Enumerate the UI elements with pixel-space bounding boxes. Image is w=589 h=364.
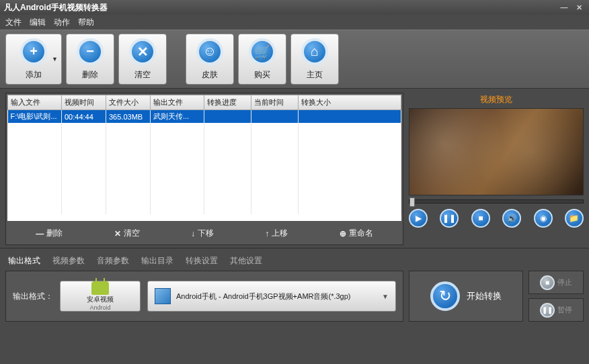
pause-button[interactable]: ❚❚ [440,209,459,228]
home-label: 主页 [307,69,323,81]
minus-icon: — [36,229,44,238]
pause-icon: ❚❚ [540,303,555,318]
chevron-down-icon: ▼ [382,293,389,300]
settings-tabs: 输出格式 视频参数 音频参数 输出目录 转换设置 其他设置 [0,248,589,271]
menu-action[interactable]: 动作 [54,17,70,28]
seek-slider[interactable] [409,199,584,203]
add-button[interactable]: + 添加 ▼ [5,34,62,85]
clear-label: 清空 [134,69,151,81]
start-convert-button[interactable]: ↻ 开始转换 [409,271,523,322]
add-label: 添加 [26,69,42,81]
list-delete[interactable]: —删除 [36,228,63,239]
menu-edit[interactable]: 编辑 [30,17,46,28]
list-up[interactable]: ↑上移 [265,228,288,239]
col-curtime[interactable]: 当前时间 [251,95,299,110]
home-icon: ⌂ [301,38,328,65]
x-icon: ✕ [114,229,121,238]
close-button[interactable]: ✕ [573,3,585,12]
col-output[interactable]: 输出文件 [151,95,204,110]
minus-icon: − [77,38,104,65]
tab-video-params[interactable]: 视频参数 [52,255,85,267]
cell-input: F:\电影\武则... [8,110,62,124]
category-sub: Android [89,304,110,311]
plus-icon: + [20,38,47,65]
arrow-up-icon: ↑ [265,229,269,238]
cell-curtime [251,110,299,124]
skin-label: 皮肤 [202,69,218,81]
menu-help[interactable]: 帮助 [78,17,94,28]
preview-title: 视频预览 [409,93,584,108]
toolbar: + 添加 ▼ − 删除 ✕ 清空 ☺ 皮肤 🛒 购买 ⌂ 主页 [0,30,589,89]
start-label: 开始转换 [467,290,502,302]
col-duration[interactable]: 视频时间 [62,95,106,110]
list-actions: —删除 ✕清空 ↓下移 ↑上移 ⊕重命名 [7,221,401,243]
volume-button[interactable]: 🔊 [502,209,521,228]
tab-other-settings[interactable]: 其他设置 [230,255,262,267]
category-text: 安卓视频 [87,295,114,304]
file-table: 输入文件 视频时间 文件大小 输出文件 转换进度 当前时间 转换大小 F:\电影… [7,95,401,214]
stop-convert-button[interactable]: ■ 停止 [528,271,584,294]
delete-label: 删除 [82,69,98,81]
tab-convert-settings[interactable]: 转换设置 [186,255,218,267]
minimize-button[interactable]: — [558,3,570,12]
cell-size: 365.03MB [106,110,151,124]
add-dropdown-icon[interactable]: ▼ [52,56,58,62]
tab-output-format[interactable]: 输出格式 [8,255,40,267]
output-label: 输出格式： [13,291,53,302]
slider-thumb[interactable] [409,197,415,207]
cart-icon: 🛒 [249,38,276,65]
cell-progress [204,110,251,124]
file-list-panel: 输入文件 视频时间 文件大小 输出文件 转换进度 当前时间 转换大小 F:\电影… [5,93,403,245]
list-rename[interactable]: ⊕重命名 [340,228,373,239]
skin-button[interactable]: ☺ 皮肤 [186,34,234,85]
clear-button[interactable]: ✕ 清空 [118,34,167,85]
pause-convert-button[interactable]: ❚❚ 暂停 [528,298,584,322]
cell-output: 武则天传... [151,110,204,124]
buy-button[interactable]: 🛒 购买 [238,34,286,85]
list-clear[interactable]: ✕清空 [114,228,140,239]
format-category-button[interactable]: 安卓视频 Android [60,281,141,312]
home-button[interactable]: ⌂ 主页 [290,34,339,85]
title-bar: 凡人Android手机视频转换器 — ✕ [0,0,589,15]
buy-label: 购买 [254,69,270,81]
smile-icon: ☺ [196,38,223,65]
x-icon: ✕ [129,38,156,65]
play-button[interactable]: ▶ [409,209,428,228]
col-outsize[interactable]: 转换大小 [299,95,401,110]
col-size[interactable]: 文件大小 [106,95,151,110]
window-title: 凡人Android手机视频转换器 [4,2,108,13]
stop-button[interactable]: ■ [471,209,490,228]
video-preview[interactable] [409,108,584,195]
tab-output-dir[interactable]: 输出目录 [141,255,173,267]
format-text: Android手机 - Android手机3GP视频+AMR音频(*.3gp) [176,291,351,302]
list-down[interactable]: ↓下移 [191,228,214,239]
rename-icon: ⊕ [340,229,346,238]
box-icon [155,288,171,304]
tab-audio-params[interactable]: 音频参数 [97,255,129,267]
col-progress[interactable]: 转换进度 [204,95,251,110]
delete-button[interactable]: − 删除 [66,34,114,85]
output-format-panel: 输出格式： 安卓视频 Android Android手机 - Android手机… [5,271,403,322]
col-input[interactable]: 输入文件 [8,95,62,110]
cell-outsize [299,110,401,124]
convert-icon: ↻ [430,281,460,311]
stop-icon: ■ [540,275,555,290]
snapshot-button[interactable]: ◉ [534,209,553,228]
preview-panel: 视频预览 ▶ ❚❚ ■ 🔊 ◉ 📁 [409,93,584,245]
stop-label: 停止 [557,277,572,287]
android-icon [91,281,109,295]
pause-label: 暂停 [557,305,572,315]
open-button[interactable]: 📁 [565,209,584,228]
format-select-button[interactable]: Android手机 - Android手机3GP视频+AMR音频(*.3gp) … [147,281,396,312]
table-row[interactable]: F:\电影\武则... 00:44:44 365.03MB 武则天传... [8,110,401,124]
arrow-down-icon: ↓ [191,229,195,238]
cell-duration: 00:44:44 [62,110,106,124]
menu-file[interactable]: 文件 [5,17,22,28]
menu-bar: 文件 编辑 动作 帮助 [0,15,589,30]
